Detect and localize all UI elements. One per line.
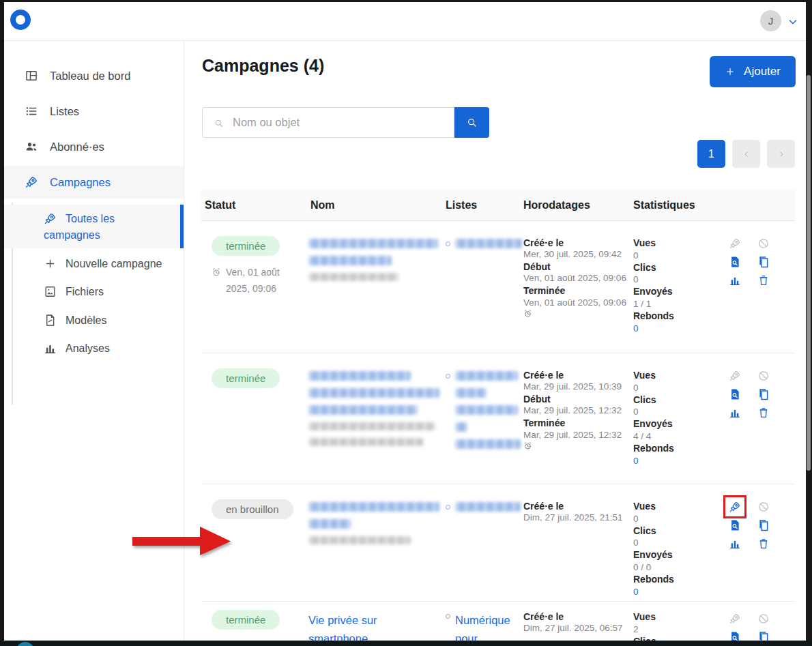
prev-page-button[interactable] xyxy=(732,140,760,168)
launch-rocket-icon-highlighted[interactable] xyxy=(729,501,741,513)
timestamps-cell: Créé·e le Mar, 29 juil. 2025, 10:39 Débu… xyxy=(520,353,630,484)
window-edge-left xyxy=(0,0,4,646)
app-logo[interactable] xyxy=(10,10,31,30)
sidebar-subitem-all-campaigns[interactable]: Toutes les campagnes xyxy=(4,205,184,248)
table-row: terminée Vie privée sur smartphone, Numé… xyxy=(201,602,795,641)
campaign-name-link-redacted[interactable] xyxy=(307,221,442,353)
copy-icon[interactable] xyxy=(757,388,770,400)
scrollbar-track[interactable] xyxy=(806,0,812,646)
cancel-ban-icon[interactable] xyxy=(757,501,770,513)
analytics-icon[interactable] xyxy=(729,538,741,550)
status-badge: terminée xyxy=(212,236,280,256)
list-link[interactable]: Numérique pour xyxy=(455,611,514,641)
column-header-statistics: Statistiques xyxy=(630,199,720,211)
page-1-button[interactable]: 1 xyxy=(697,140,725,168)
cancel-ban-icon[interactable] xyxy=(757,370,770,382)
campaign-name-link[interactable]: Vie privée sur smartphone, xyxy=(308,611,414,641)
campaign-name-link-redacted[interactable] xyxy=(307,484,442,601)
launch-rocket-icon[interactable] xyxy=(729,237,741,250)
list-bullet-icon xyxy=(446,374,450,379)
trash-icon[interactable] xyxy=(757,407,770,419)
row-actions xyxy=(728,370,795,419)
cancel-ban-icon[interactable] xyxy=(757,613,770,625)
copy-icon[interactable] xyxy=(757,631,770,641)
preview-icon[interactable] xyxy=(729,256,741,268)
list-icon xyxy=(25,104,38,118)
window-edge-bottom xyxy=(0,641,812,646)
rocket-icon xyxy=(44,212,57,225)
alarm-icon xyxy=(523,309,532,318)
column-header-status: Statut xyxy=(201,199,307,211)
rocket-icon xyxy=(25,175,38,189)
trash-icon[interactable] xyxy=(757,538,770,550)
launch-rocket-icon[interactable] xyxy=(729,613,741,625)
search-icon xyxy=(466,117,478,128)
add-campaign-button[interactable]: Ajouter xyxy=(710,56,796,87)
pagination: 1 xyxy=(697,140,795,168)
taskbar-app-dot xyxy=(16,642,34,646)
document-icon xyxy=(44,314,57,327)
statistics-cell: Vues 0 Clics 0 Envoyés 0 / 0 Rebonds 0 xyxy=(630,484,720,601)
alarm-icon xyxy=(523,441,532,450)
bounces-link[interactable]: 0 xyxy=(633,323,720,334)
sidebar-subitem-label: Fichiers xyxy=(66,286,104,297)
search-button[interactable] xyxy=(454,107,489,138)
column-header-lists: Listes xyxy=(442,199,520,211)
image-file-icon xyxy=(44,285,57,298)
schedule-info: Ven, 01 août 2025, 09:06 xyxy=(212,265,293,297)
sidebar-subitem-templates[interactable]: Modèles xyxy=(4,306,184,334)
sidebar-item-label: Campagnes xyxy=(50,176,111,189)
analytics-icon[interactable] xyxy=(729,274,741,287)
schedule-text: Ven, 01 août 2025, 09:06 xyxy=(226,265,293,297)
sidebar-item-label: Abonné·es xyxy=(50,141,104,153)
people-icon xyxy=(25,140,38,153)
list-bullet-icon xyxy=(446,241,450,246)
topbar: J xyxy=(4,2,806,41)
dashboard-icon xyxy=(25,69,38,83)
search-input[interactable] xyxy=(203,108,454,137)
bounces-link[interactable]: 0 xyxy=(633,455,720,467)
sidebar-item-label: Tableau de bord xyxy=(50,70,130,83)
timestamps-cell: Créé·e le Dim, 27 juil. 2025, 21:51 xyxy=(520,484,630,601)
page-title: Campagnes (4) xyxy=(202,56,324,76)
chevron-left-icon xyxy=(742,149,751,159)
avatar[interactable]: J xyxy=(760,10,781,31)
window-edge-top xyxy=(0,0,812,2)
campaigns-table: Statut Nom Listes Horodatages Statistiqu… xyxy=(201,190,795,641)
copy-icon[interactable] xyxy=(757,256,770,268)
search-bar xyxy=(202,107,489,138)
campaign-name-link-redacted[interactable] xyxy=(307,353,442,484)
next-page-button[interactable] xyxy=(767,140,795,168)
sidebar-item-campaigns[interactable]: Campagnes xyxy=(4,166,184,199)
campaign-lists-redacted[interactable] xyxy=(442,353,520,484)
timestamps-cell: Créé·e le Dim, 27 juil. 2025, 06:57 xyxy=(520,602,630,641)
sidebar-item-lists[interactable]: Listes xyxy=(4,95,184,128)
statistics-cell: Vues 2 Clics xyxy=(630,602,720,641)
analytics-icon[interactable] xyxy=(729,407,741,419)
bounces-link[interactable]: 0 xyxy=(633,586,720,598)
trash-icon[interactable] xyxy=(757,274,770,287)
plus-icon xyxy=(44,257,57,270)
column-header-timestamps: Horodatages xyxy=(520,199,630,211)
list-bullet-icon xyxy=(446,505,450,510)
sidebar-subitem-analytics[interactable]: Analyses xyxy=(4,334,184,362)
sidebar-subitem-files[interactable]: Fichiers xyxy=(4,278,184,306)
main-content: Campagnes (4) Ajouter 1 Statut Nom Liste… xyxy=(184,41,806,641)
copy-icon[interactable] xyxy=(757,519,770,531)
chevron-right-icon xyxy=(777,149,786,159)
chevron-down-icon[interactable] xyxy=(786,15,800,29)
preview-icon[interactable] xyxy=(729,388,741,400)
launch-rocket-icon[interactable] xyxy=(729,370,741,382)
preview-icon[interactable] xyxy=(729,519,741,531)
sidebar-item-subscribers[interactable]: Abonné·es xyxy=(4,130,184,163)
sidebar-subitem-new-campaign[interactable]: Nouvelle campagne xyxy=(4,250,184,278)
scrollbar-thumb[interactable] xyxy=(807,75,811,471)
campaign-lists-redacted[interactable] xyxy=(442,221,520,353)
statistics-cell: Vues 0 Clics 0 Envoyés 1 / 1 Rebonds 0 xyxy=(630,221,720,353)
sidebar-item-dashboard[interactable]: Tableau de bord xyxy=(4,59,184,92)
campaign-lists-redacted[interactable] xyxy=(442,484,520,601)
cancel-ban-icon[interactable] xyxy=(757,237,770,250)
column-header-name: Nom xyxy=(307,199,442,211)
preview-icon[interactable] xyxy=(729,631,741,641)
alarm-icon xyxy=(212,267,221,277)
